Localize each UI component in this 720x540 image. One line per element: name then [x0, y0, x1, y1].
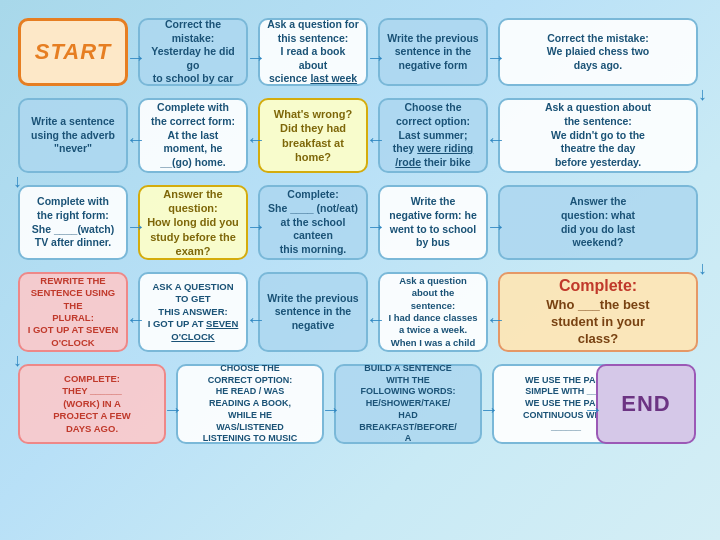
cell-r1c3: Ask a question forthis sentence:I read a…	[258, 18, 368, 86]
cell-r3c1: Complete withthe right form:She ____(wat…	[18, 185, 128, 260]
end-cell: END	[596, 364, 696, 444]
arrow-r4-1: →	[126, 308, 146, 331]
arrow-down-r1: ↓	[698, 84, 707, 105]
cell-r2c3: What's wrong?Did they hadbreakfast athom…	[258, 98, 368, 173]
arrow-r5-3: →	[479, 398, 499, 421]
cell-r1c4: Write the previoussentence in thenegativ…	[378, 18, 488, 86]
arrow-r5-4: →	[583, 398, 603, 421]
arrow-r3-3: →	[366, 215, 386, 238]
cell-r5c3: BUILD A SENTENCEWITH THEFOLLOWING WORDS:…	[334, 364, 482, 444]
arrow-r3-4: →	[486, 215, 506, 238]
cell-r2c2: Complete withthe correct form:At the las…	[138, 98, 248, 173]
arrow-down-r2: ↓	[13, 171, 22, 192]
arrow-r5-2: →	[321, 398, 341, 421]
arrow-r4-4: →	[486, 308, 506, 331]
cell-r4c2: ASK A QUESTION TO GETTHIS ANSWER:I GOT U…	[138, 272, 248, 352]
end-label: END	[621, 390, 670, 419]
cell-r3c2: Answer thequestion:How long did youstudy…	[138, 185, 248, 260]
arrow-r1-3: →	[366, 46, 386, 69]
cell-r5c2: CHOOSE THECORRECT OPTION:HE READ / WASRE…	[176, 364, 324, 444]
cell-r4c4: Ask a questionabout thesentence:I had da…	[378, 272, 488, 352]
cell-r3c5: Answer thequestion: whatdid you do lastw…	[498, 185, 698, 260]
arrow-r1-4: →	[486, 46, 506, 69]
arrow-down-r4: ↓	[13, 350, 22, 371]
arrow-r4-2: →	[246, 308, 266, 331]
arrow-r1-2: →	[246, 46, 266, 69]
cell-r1c5: Correct the mistake:We plaied chess twod…	[498, 18, 698, 86]
arrow-r3-2: →	[246, 215, 266, 238]
arrow-r2-1: →	[126, 128, 146, 151]
cell-r2c1: Write a sentenceusing the adverb"never"	[18, 98, 128, 173]
arrow-r4-3: →	[366, 308, 386, 331]
cell-r2c4: Choose thecorrect option:Last summer;the…	[378, 98, 488, 173]
arrow-r2-4: →	[486, 128, 506, 151]
game-board: START Correct the mistake:Yesterday he d…	[8, 8, 712, 532]
cell-r4c1: REWRITE THESENTENCE USING THEPLURAL:I GO…	[18, 272, 128, 352]
arrow-r5-1: →	[163, 398, 183, 421]
cell-r2c5: Ask a question aboutthe sentence:We didn…	[498, 98, 698, 173]
cell-r1c2: Correct the mistake:Yesterday he did got…	[138, 18, 248, 86]
cell-r4c3: Write the previoussentence in thenegativ…	[258, 272, 368, 352]
cell-r4c5: Complete:Who ___the beststudent in yourc…	[498, 272, 698, 352]
arrow-r1-1: →	[126, 46, 146, 69]
cell-r3c3: Complete:She ____ (not/eat)at the school…	[258, 185, 368, 260]
arrow-r3-1: →	[126, 215, 146, 238]
arrow-down-r3: ↓	[698, 258, 707, 279]
start-label: START	[35, 38, 111, 67]
arrow-r2-2: →	[246, 128, 266, 151]
arrow-r2-3: →	[366, 128, 386, 151]
cell-r3c4: Write thenegative form: hewent to to sch…	[378, 185, 488, 260]
cell-r5c1: COMPLETE:THEY ______(WORK) IN APROJECT A…	[18, 364, 166, 444]
start-cell: START	[18, 18, 128, 86]
